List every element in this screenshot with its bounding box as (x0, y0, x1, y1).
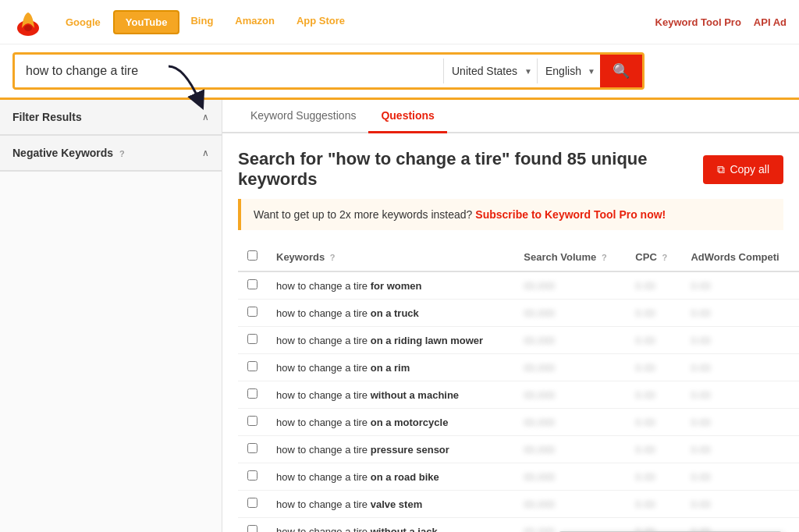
logo-icon (12, 6, 44, 37)
row-keyword: how to change a tire without a machine (267, 381, 514, 409)
header-adwords: AdWords Competi (681, 243, 799, 271)
results-header: Search for "how to change a tire" found … (222, 133, 799, 199)
tab-questions[interactable]: Questions (368, 100, 446, 133)
row-checkbox[interactable] (247, 525, 257, 532)
filter-results-title: Filter Results (12, 111, 82, 123)
keywords-table: Keywords ? Search Volume ? CPC ? AdWor (238, 243, 799, 532)
row-cpc: 0.00 (626, 518, 681, 533)
row-checkbox-cell (238, 409, 267, 436)
negative-keywords-header[interactable]: Negative Keywords ? ∧ (0, 136, 222, 171)
row-volume: 00,000 (514, 271, 626, 300)
header-left: Google YouTube Bing Amazon App Store (12, 6, 356, 37)
row-adwords: 0.00 (681, 300, 799, 327)
header-cpc: CPC ? (626, 243, 681, 271)
row-keyword: how to change a tire on a riding lawn mo… (267, 327, 514, 354)
table-row: how to change a tire on a motorcycle00,0… (238, 409, 799, 436)
row-checkbox[interactable] (247, 498, 257, 508)
tab-bing[interactable]: Bing (179, 10, 224, 34)
row-checkbox-cell (238, 518, 267, 533)
select-all-checkbox[interactable] (247, 250, 257, 261)
row-cpc: 0.00 (626, 354, 681, 381)
keywords-help-icon: ? (330, 253, 336, 262)
row-checkbox-cell (238, 381, 267, 409)
row-volume: 00,000 (514, 491, 626, 518)
negative-keywords-chevron-icon: ∧ (202, 147, 209, 158)
row-checkbox-cell (238, 300, 267, 327)
nav-tabs: Google YouTube Bing Amazon App Store (53, 10, 356, 34)
row-checkbox[interactable] (247, 416, 257, 426)
row-keyword: how to change a tire on a rim (267, 354, 514, 381)
row-volume: 00,000 (514, 327, 626, 354)
content-area: Keyword Suggestions Questions Search for… (222, 100, 799, 532)
row-checkbox[interactable] (247, 279, 257, 289)
copy-all-button[interactable]: ⧉ Copy all (703, 155, 783, 184)
language-select[interactable]: English (537, 59, 600, 83)
row-checkbox-cell (238, 436, 267, 463)
row-adwords: 0.00 (681, 409, 799, 436)
pro-link[interactable]: Keyword Tool Pro (655, 16, 741, 28)
table-row: how to change a tire on a riding lawn mo… (238, 327, 799, 354)
content-tabs: Keyword Suggestions Questions (222, 100, 799, 133)
row-cpc: 0.00 (626, 381, 681, 409)
negative-keywords-title: Negative Keywords ? (12, 147, 125, 159)
table-row: how to change a tire valve stem00,0000.0… (238, 491, 799, 518)
row-volume: 00,000 (514, 518, 626, 533)
results-title: Search for "how to change a tire" found … (238, 149, 703, 190)
country-select[interactable]: United States (443, 59, 537, 83)
table-row: how to change a tire on a truck00,0000.0… (238, 300, 799, 327)
tab-appstore[interactable]: App Store (286, 10, 356, 34)
row-cpc: 0.00 (626, 409, 681, 436)
tab-keyword-suggestions[interactable]: Keyword Suggestions (238, 100, 368, 133)
row-volume: 00,000 (514, 463, 626, 491)
pro-banner-cta[interactable]: Subscribe to Keyword Tool Pro now! (475, 208, 666, 221)
results-title-prefix: Search for "how to change a tire" found (238, 149, 567, 168)
header-right: Keyword Tool Pro API Ad (655, 16, 787, 28)
pro-banner: Want to get up to 2x more keywords inste… (238, 199, 783, 230)
table-row: how to change a tire for women00,0000.00… (238, 271, 799, 300)
row-adwords: 0.00 (681, 491, 799, 518)
row-checkbox-cell (238, 463, 267, 491)
row-keyword: how to change a tire on a truck (267, 300, 514, 327)
row-cpc: 0.00 (626, 436, 681, 463)
row-keyword: how to change a tire for women (267, 271, 514, 300)
search-button[interactable]: 🔍 (600, 55, 642, 87)
pro-banner-text: Want to get up to 2x more keywords inste… (254, 208, 472, 221)
copy-icon: ⧉ (717, 163, 725, 176)
api-link[interactable]: API Ad (754, 16, 787, 28)
tab-youtube[interactable]: YouTube (113, 10, 180, 34)
main-layout: Filter Results ∧ Negative Keywords ? ∧ K… (0, 100, 799, 532)
row-cpc: 0.00 (626, 491, 681, 518)
row-cpc: 0.00 (626, 327, 681, 354)
row-volume: 00,000 (514, 409, 626, 436)
table-container: Keywords ? Search Volume ? CPC ? AdWor (222, 243, 799, 532)
row-keyword: how to change a tire valve stem (267, 491, 514, 518)
search-input[interactable] (15, 56, 443, 86)
row-cpc: 0.00 (626, 463, 681, 491)
filter-chevron-icon: ∧ (202, 112, 209, 122)
row-checkbox-cell (238, 491, 267, 518)
row-adwords: 0.00 (681, 463, 799, 491)
cpc-help-icon: ? (662, 253, 667, 262)
tab-amazon[interactable]: Amazon (224, 10, 286, 34)
sidebar: Filter Results ∧ Negative Keywords ? ∧ (0, 100, 222, 532)
search-bar-container: United States English 🔍 (0, 44, 799, 100)
results-count: 85 (567, 149, 586, 168)
table-row: how to change a tire on a road bike00,00… (238, 463, 799, 491)
row-checkbox[interactable] (247, 470, 257, 481)
filter-results-header[interactable]: Filter Results ∧ (0, 100, 222, 135)
row-checkbox[interactable] (247, 334, 257, 344)
row-checkbox[interactable] (247, 443, 257, 453)
search-icon: 🔍 (613, 63, 630, 79)
row-checkbox[interactable] (247, 361, 257, 371)
header-keywords: Keywords ? (267, 243, 514, 271)
row-adwords: 0.00 (681, 381, 799, 409)
country-select-wrapper: United States (443, 59, 537, 83)
row-adwords: 0.00 (681, 436, 799, 463)
row-adwords: 0.00 (681, 354, 799, 381)
row-checkbox[interactable] (247, 388, 257, 399)
row-keyword: how to change a tire without a jack (267, 518, 514, 533)
search-bar: United States English 🔍 (12, 52, 645, 90)
tab-google[interactable]: Google (53, 10, 113, 34)
row-checkbox[interactable] (247, 307, 257, 317)
language-select-wrapper: English (537, 59, 600, 83)
